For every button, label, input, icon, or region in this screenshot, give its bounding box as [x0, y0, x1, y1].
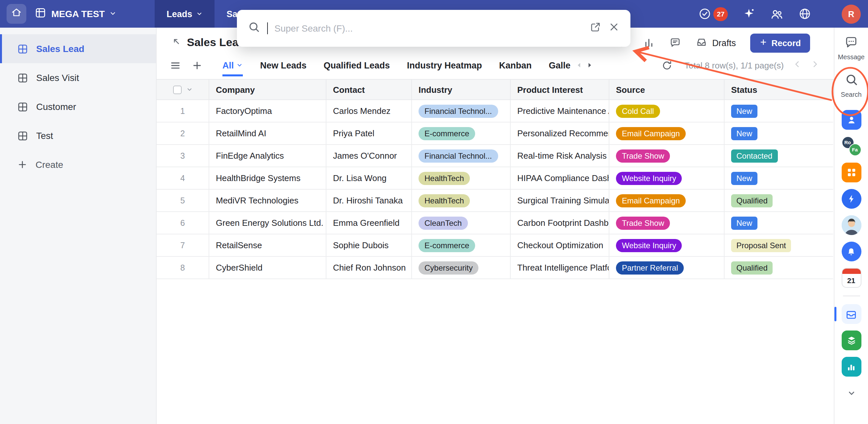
select-all-checkbox[interactable] [173, 85, 181, 94]
cell-company[interactable]: MediVR Technologies [209, 190, 327, 212]
cell-product-interest[interactable]: Checkout Optimization [511, 234, 609, 257]
sidebar-item-sales-visit[interactable]: Sales Visit [0, 63, 156, 92]
cell-contact[interactable]: Carlos Mendez [327, 100, 412, 122]
add-record-button[interactable]: Record [750, 33, 810, 52]
page-prev-icon[interactable] [793, 59, 802, 71]
cell-company[interactable]: RetailSense [209, 234, 327, 257]
cell-product-interest[interactable]: Surgical Training Simulat [511, 190, 609, 212]
teammate-avatar[interactable] [841, 215, 861, 235]
cell-company[interactable]: FactoryOptima [209, 100, 327, 122]
column-header-contact[interactable]: Contact [327, 80, 412, 100]
cell-source[interactable]: Email Campaign [609, 190, 724, 212]
cell-product-interest[interactable]: Carbon Footprint Dashbo [511, 212, 609, 234]
column-header-status[interactable]: Status [724, 80, 833, 100]
cell-industry[interactable]: HealthTech [412, 167, 511, 190]
cell-product-interest[interactable]: Real-time Risk Analysis S [511, 145, 609, 167]
table-row[interactable]: 8 CyberShield Chief Ron Johnson Cybersec… [157, 257, 834, 279]
scroll-right-icon[interactable] [586, 59, 593, 71]
apps-grid-icon[interactable] [841, 162, 861, 182]
column-header-product-interest[interactable]: Product Interest [511, 80, 609, 100]
open-in-new-icon[interactable] [590, 21, 601, 35]
cell-industry[interactable]: E-commerce [412, 234, 511, 257]
globe-icon[interactable] [798, 7, 811, 21]
cell-source[interactable]: Trade Show [609, 212, 724, 234]
drafts-button[interactable]: Drafts [695, 36, 736, 50]
shared-avatars[interactable]: Ro Fa [841, 136, 861, 156]
user-avatar[interactable]: R [842, 4, 861, 23]
cell-status[interactable]: New [724, 122, 833, 145]
table-row[interactable]: 2 RetailMind AI Priya Patel E-commerce P… [157, 122, 834, 145]
todo-button[interactable]: 27 [699, 7, 728, 21]
comment-icon[interactable] [669, 37, 681, 49]
page-next-icon[interactable] [811, 59, 819, 71]
table-row[interactable]: 3 FinEdge Analytics James O'Connor Finan… [157, 145, 834, 167]
rail-search-button[interactable]: Search [841, 72, 861, 98]
cell-contact[interactable]: Sophie Dubois [327, 234, 412, 257]
cell-company[interactable]: Green Energy Solutions Ltd. [209, 212, 327, 234]
column-header-source[interactable]: Source [609, 80, 724, 100]
cell-source[interactable]: Partner Referral [609, 257, 724, 279]
cell-status[interactable]: New [724, 167, 833, 190]
cell-source[interactable]: Website Inquiry [609, 234, 724, 257]
magic-wand-icon[interactable] [742, 7, 755, 21]
view-tab-new-leads[interactable]: New Leads [260, 54, 307, 77]
cell-industry[interactable]: CleanTech [412, 212, 511, 234]
automation-bolt-icon[interactable] [841, 189, 861, 209]
sidebar-create-button[interactable]: Create [0, 150, 156, 179]
cell-industry[interactable]: Cybersecurity [412, 257, 511, 279]
cell-status[interactable]: Proposal Sent [724, 234, 833, 257]
cell-source[interactable]: Cold Call [609, 100, 724, 122]
sidebar-item-sales-lead[interactable]: Sales Lead [0, 34, 156, 63]
cell-source[interactable]: Email Campaign [609, 122, 724, 145]
table-row[interactable]: 6 Green Energy Solutions Ltd. Emma Green… [157, 212, 834, 234]
analytics-chart-icon[interactable] [841, 357, 861, 376]
table-row[interactable]: 1 FactoryOptima Carlos Mendez Financial … [157, 100, 834, 122]
table-row[interactable]: 4 HealthBridge Systems Dr. Lisa Wong Hea… [157, 167, 834, 190]
home-button[interactable] [7, 4, 26, 24]
cell-status[interactable]: Qualified [724, 257, 833, 279]
cell-product-interest[interactable]: Threat Intelligence Platfo [511, 257, 609, 279]
cell-contact[interactable]: Priya Patel [327, 122, 412, 145]
workspace-switcher[interactable]: MEGA TEST [34, 7, 117, 21]
cell-industry[interactable]: Financial Technol... [412, 145, 511, 167]
cell-company[interactable]: HealthBridge Systems [209, 167, 327, 190]
super-search-input[interactable] [274, 23, 583, 34]
message-button[interactable]: Message [838, 35, 864, 61]
collapse-arrow-icon[interactable] [171, 36, 182, 50]
cell-company[interactable]: FinEdge Analytics [209, 145, 327, 167]
close-icon[interactable] [608, 21, 620, 35]
chart-icon[interactable] [643, 37, 655, 49]
docs-stack-icon[interactable] [841, 331, 861, 350]
cell-industry[interactable]: E-commerce [412, 122, 511, 145]
cell-status[interactable]: New [724, 212, 833, 234]
cell-product-interest[interactable]: HIPAA Compliance Dash [511, 167, 609, 190]
cell-contact[interactable]: Dr. Hiroshi Tanaka [327, 190, 412, 212]
cell-status[interactable]: Qualified [724, 190, 833, 212]
cell-contact[interactable]: James O'Connor [327, 145, 412, 167]
cell-source[interactable]: Website Inquiry [609, 167, 724, 190]
cell-industry[interactable]: Financial Technol... [412, 100, 511, 122]
scroll-left-icon[interactable] [576, 59, 582, 71]
view-tab-industry-heatmap[interactable]: Industry Heatmap [407, 54, 482, 77]
add-view-icon[interactable] [191, 60, 203, 71]
contacts-app-icon[interactable] [841, 110, 861, 130]
rail-expand-chevron[interactable] [841, 383, 861, 403]
calendar-icon[interactable]: 21 [841, 268, 861, 288]
chevron-down-icon[interactable] [186, 85, 192, 94]
cell-contact[interactable]: Dr. Lisa Wong [327, 167, 412, 190]
contacts-icon[interactable] [770, 7, 784, 21]
cell-status[interactable]: New [724, 100, 833, 122]
workbench-icon[interactable] [841, 304, 861, 324]
cell-contact[interactable]: Emma Greenfield [327, 212, 412, 234]
table-row[interactable]: 7 RetailSense Sophie Dubois E-commerce C… [157, 234, 834, 257]
cell-source[interactable]: Trade Show [609, 145, 724, 167]
view-tab-kanban[interactable]: Kanban [499, 54, 532, 77]
view-tab-gallery[interactable]: Galle [549, 54, 570, 77]
cell-company[interactable]: RetailMind AI [209, 122, 327, 145]
cell-company[interactable]: CyberShield [209, 257, 327, 279]
cell-status[interactable]: Contacted [724, 145, 833, 167]
table-row[interactable]: 5 MediVR Technologies Dr. Hiroshi Tanaka… [157, 190, 834, 212]
cell-product-interest[interactable]: Predictive Maintenance A [511, 100, 609, 122]
cell-product-interest[interactable]: Personalized Recommen [511, 122, 609, 145]
view-list-icon[interactable] [170, 60, 181, 71]
